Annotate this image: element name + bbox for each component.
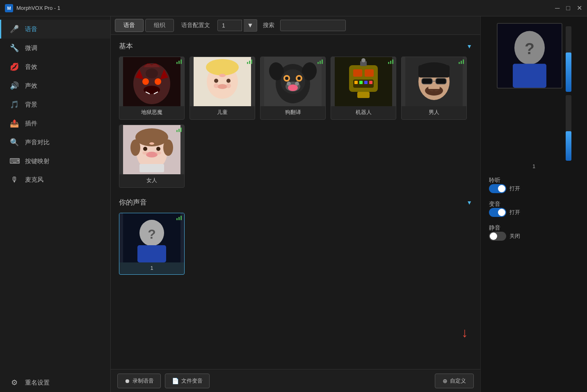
svg-point-4 bbox=[142, 78, 149, 85]
sidebar-item-voice[interactable]: 🎤 语音 bbox=[0, 20, 110, 39]
basic-section-arrow[interactable]: ▼ bbox=[466, 43, 472, 50]
voice-card-woman[interactable]: 女人 bbox=[119, 125, 185, 188]
svg-text:?: ? bbox=[525, 40, 534, 57]
svg-rect-41 bbox=[357, 92, 370, 98]
sidebar-item-microphone[interactable]: 🎙 麦克风 bbox=[0, 171, 110, 189]
sidebar-label-voice-compare: 声音对比 bbox=[25, 139, 50, 146]
svg-point-61 bbox=[143, 147, 147, 151]
svg-point-9 bbox=[146, 68, 158, 78]
voice-change-status: 打开 bbox=[509, 209, 520, 216]
svg-point-12 bbox=[206, 59, 239, 75]
svg-point-55 bbox=[431, 85, 437, 88]
svg-rect-50 bbox=[422, 78, 432, 84]
close-button[interactable]: ✕ bbox=[577, 5, 582, 11]
profile-input[interactable] bbox=[217, 20, 242, 31]
file-label: 文件变音 bbox=[181, 377, 203, 385]
svg-point-5 bbox=[155, 78, 161, 85]
svg-point-65 bbox=[155, 151, 161, 155]
voice-card-robot[interactable]: 机器人 bbox=[331, 57, 396, 120]
listen-toggle[interactable] bbox=[489, 184, 506, 193]
svg-rect-33 bbox=[349, 65, 378, 92]
mute-toggle-row: 关闭 bbox=[489, 232, 579, 241]
voice-change-label: 变音 bbox=[489, 201, 579, 208]
woman-signal bbox=[176, 128, 182, 132]
file-icon: 📄 bbox=[172, 378, 179, 384]
sidebar-label-reset: 重名设置 bbox=[25, 379, 50, 387]
svg-point-16 bbox=[214, 83, 219, 88]
titlebar: M MorphVOX Pro - 1 ─ □ ✕ bbox=[0, 0, 587, 16]
tab-voice[interactable]: 语音 bbox=[115, 19, 144, 32]
custom-button[interactable]: ⊕ 自定义 bbox=[435, 374, 474, 388]
sidebar-item-effects[interactable]: 💋 音效 bbox=[0, 57, 110, 76]
record-button[interactable]: ⏺ 录制语音 bbox=[117, 374, 161, 388]
svg-point-62 bbox=[156, 147, 160, 151]
sidebar-item-voice-compare[interactable]: 🔍 声音对比 bbox=[0, 133, 110, 152]
your-voice-grid: ? 1 bbox=[119, 213, 472, 275]
voice-change-section: 变音 打开 bbox=[489, 201, 579, 217]
scroll-down-arrow: ↓ bbox=[461, 325, 468, 340]
svg-rect-35 bbox=[365, 69, 374, 77]
search-input[interactable] bbox=[280, 20, 346, 31]
compare-icon: 🔍 bbox=[9, 138, 19, 147]
profile-dropdown-arrow[interactable]: ▼ bbox=[244, 19, 257, 32]
sidebar-item-background[interactable]: 🎵 背景 bbox=[0, 95, 110, 114]
profile-label: 语音配置文 bbox=[176, 19, 216, 32]
sidebar-item-reset[interactable]: ⚙ 重名设置 bbox=[0, 373, 110, 392]
voice-card-child[interactable]: 儿童 bbox=[190, 57, 255, 120]
volume-bar-1[interactable] bbox=[566, 52, 571, 92]
voice-content: 基本 ▼ bbox=[111, 35, 480, 369]
svg-point-66 bbox=[149, 142, 154, 145]
volume-bar-2[interactable] bbox=[566, 131, 571, 161]
preview-num: 1 bbox=[532, 163, 535, 169]
profile-select[interactable]: ▼ bbox=[217, 19, 257, 32]
voice-change-toggle[interactable] bbox=[489, 208, 506, 217]
sidebar-item-keybind[interactable]: ⌨ 按键映射 bbox=[0, 152, 110, 171]
svg-text:?: ? bbox=[148, 227, 156, 242]
minimize-button[interactable]: ─ bbox=[555, 5, 560, 11]
demon-label: 地狱恶魔 bbox=[119, 106, 184, 119]
sidebar-item-sound[interactable]: 🔊 声效 bbox=[0, 76, 110, 95]
man-label: 男人 bbox=[402, 106, 466, 119]
your-section-arrow[interactable]: ▼ bbox=[466, 199, 472, 206]
voice-card-robot-img bbox=[331, 57, 396, 106]
basic-voice-grid: 地狱恶魔 bbox=[119, 57, 472, 188]
app-title: MorphVOX Pro - 1 bbox=[16, 5, 555, 11]
voice-change-toggle-row: 打开 bbox=[489, 208, 579, 217]
sound-icon: 🔊 bbox=[9, 81, 19, 90]
woman-label: 女人 bbox=[119, 174, 184, 187]
record-icon: ⏺ bbox=[124, 378, 130, 384]
listen-status: 打开 bbox=[509, 185, 520, 192]
mute-status: 关闭 bbox=[509, 232, 520, 240]
file-voice-change-button[interactable]: 📄 文件变音 bbox=[165, 374, 210, 388]
mute-toggle[interactable] bbox=[489, 232, 506, 241]
sidebar: 🎤 语音 🔧 微调 💋 音效 🔊 声效 🎵 背景 📤 插件 🔍 声音对比 ⌨ bbox=[0, 16, 111, 392]
svg-point-43 bbox=[361, 58, 365, 62]
tab-group[interactable]: 组织 bbox=[145, 19, 174, 32]
sidebar-item-fine-tune[interactable]: 🔧 微调 bbox=[0, 39, 110, 57]
record-label: 录制语音 bbox=[132, 377, 154, 385]
voice-card-custom1[interactable]: ? 1 bbox=[119, 213, 185, 275]
voice-card-demon[interactable]: 地狱恶魔 bbox=[119, 57, 185, 120]
tabs-bar: 语音 组织 语音配置文 ▼ 搜索 bbox=[111, 16, 480, 35]
sidebar-label-plugins: 插件 bbox=[25, 120, 37, 128]
voice-card-dog-img bbox=[260, 57, 325, 106]
mute-section: 静音 关闭 bbox=[489, 224, 579, 241]
svg-point-6 bbox=[144, 86, 160, 94]
maximize-button[interactable]: □ bbox=[566, 5, 570, 11]
sidebar-label-keybind: 按键映射 bbox=[25, 157, 50, 165]
demon-signal bbox=[176, 59, 182, 64]
voice-card-man[interactable]: 男人 bbox=[401, 57, 467, 120]
sidebar-item-plugins[interactable]: 📤 插件 bbox=[0, 114, 110, 133]
svg-point-15 bbox=[217, 84, 227, 89]
custom-icon: ⊕ bbox=[443, 378, 448, 384]
voice-card-child-img bbox=[190, 57, 255, 106]
bottom-bar: ⏺ 录制语音 📄 文件变音 ⊕ 自定义 bbox=[111, 369, 480, 392]
svg-rect-68 bbox=[139, 164, 164, 172]
svg-rect-40 bbox=[369, 81, 372, 84]
voice-card-dog[interactable]: 狗翻译 bbox=[260, 57, 326, 120]
basic-section-header: 基本 ▼ bbox=[119, 41, 472, 51]
svg-point-26 bbox=[285, 77, 288, 80]
custom1-signal bbox=[176, 216, 182, 220]
content-wrapper: 语音 组织 语音配置文 ▼ 搜索 基本 ▼ bbox=[111, 16, 587, 392]
reset-icon: ⚙ bbox=[9, 378, 19, 387]
